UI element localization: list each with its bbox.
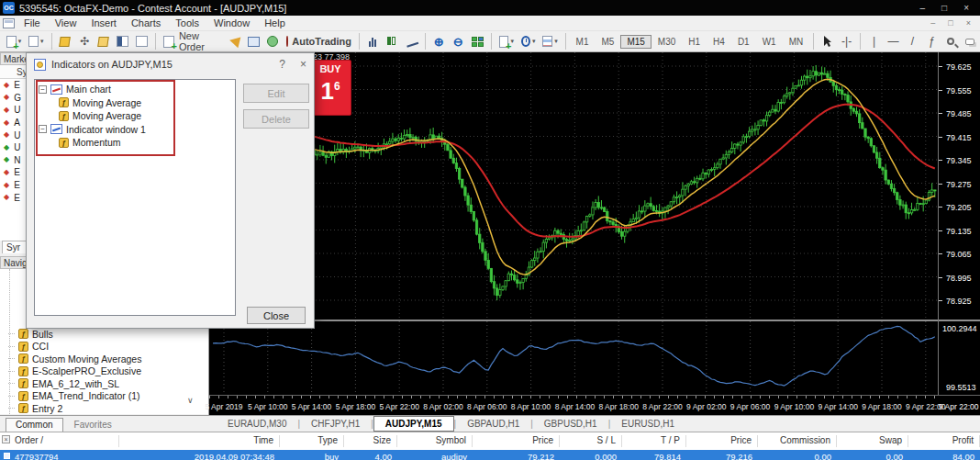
timeframe-h4[interactable]: H4 [707, 35, 731, 49]
terminal-column-header[interactable]: Swap [837, 435, 908, 447]
magnifier-button[interactable] [942, 33, 960, 50]
line-chart-button[interactable] [403, 33, 420, 50]
navigator-item[interactable]: ƒEMA_6_12_with_SL [15, 377, 119, 389]
timeframe-m30[interactable]: M30 [651, 35, 682, 49]
one-click-buy-button[interactable]: BUY 16 [309, 60, 351, 116]
new-order-button[interactable]: + New Order [161, 33, 224, 50]
terminal-column-header[interactable]: Time [119, 435, 280, 447]
chart-tab[interactable]: EURAUD,M30 [217, 417, 297, 431]
chart-tab[interactable]: AUDJPY,M15 [373, 416, 454, 432]
navigator-item[interactable]: ƒCustom Moving Averages [15, 353, 141, 365]
expander-icon[interactable]: − [39, 125, 47, 133]
minimize-icon[interactable]: – [920, 3, 926, 13]
navigator-item[interactable]: ƒEntry 2 [15, 402, 62, 414]
terminal-column-header[interactable]: Commission [758, 435, 837, 447]
market-watch-toggle-button[interactable] [56, 33, 73, 50]
cursor-button[interactable] [819, 33, 836, 50]
horizontal-line-button[interactable]: — [885, 33, 902, 50]
close-button[interactable]: Close [247, 307, 306, 324]
vertical-line-button[interactable]: | [865, 33, 883, 50]
indicators-button[interactable]: +▾ [496, 33, 517, 50]
indicators-list[interactable]: −Main chartƒMoving AverageƒMoving Averag… [34, 79, 236, 316]
crosshair-button[interactable]: -|- [838, 33, 855, 50]
tree-item[interactable]: ƒMomentum [35, 136, 235, 150]
mailbox-button[interactable] [245, 33, 262, 50]
dialog-help-icon[interactable]: ? [279, 58, 285, 71]
navigator-item[interactable]: ƒEMA_Trend_Indicator (1) [15, 390, 140, 402]
menu-window[interactable]: Window [206, 17, 257, 29]
trendline-button[interactable]: / [904, 33, 921, 50]
menu-help[interactable]: Help [257, 17, 293, 29]
terminal-column-header[interactable]: T / P [622, 435, 686, 447]
menu-view[interactable]: View [48, 17, 84, 29]
terminal-column-header[interactable]: Symbol [397, 435, 473, 447]
new-chart-button[interactable]: +▾ [4, 33, 24, 50]
child-close-icon[interactable]: × [966, 18, 971, 28]
navigator-item[interactable]: ƒE-ScalperPRO_Exclusive [15, 365, 141, 377]
profiles-button[interactable]: ▾ [26, 33, 46, 50]
trade-row[interactable]: 4779377942019.04.09 07:34:48buy4.00audjp… [0, 450, 980, 460]
timeframe-m5[interactable]: M5 [595, 35, 620, 49]
close-icon[interactable]: × [963, 3, 969, 13]
market-button[interactable] [264, 33, 282, 50]
terminal-column-header[interactable]: Order / [0, 435, 119, 447]
edit-button[interactable]: Edit [243, 84, 309, 103]
menu-insert[interactable]: Insert [84, 17, 124, 29]
alerts-button[interactable] [226, 33, 243, 50]
periods-button[interactable]: ▾ [518, 33, 538, 50]
dialog-title-bar[interactable]: Indicators on AUDJPY,M15 ? × [27, 53, 314, 75]
dialog-close-icon[interactable]: × [300, 58, 306, 71]
navigator-item[interactable]: ƒBulls [15, 328, 53, 340]
fibonacci-button[interactable]: ƒ [923, 33, 941, 50]
terminal-column-header[interactable]: Profit [908, 435, 980, 447]
terminal-column-header[interactable]: S / L [560, 435, 622, 447]
chart-area[interactable]: 79.62579.55579.48579.41579.34579.27579.2… [209, 52, 980, 415]
navigator-item[interactable]: ƒCCI [15, 341, 49, 353]
timeframe-w1[interactable]: W1 [756, 35, 783, 49]
child-restore-icon[interactable]: □ [948, 18, 952, 28]
chart-tab[interactable]: GBPAUD,H1 [456, 417, 530, 431]
scroll-down-icon[interactable]: ∨ [187, 396, 194, 405]
terminal-column-header[interactable]: Type [280, 435, 344, 447]
timeframe-m1[interactable]: M1 [570, 35, 596, 49]
delete-button[interactable]: Delete [243, 109, 309, 129]
menu-charts[interactable]: Charts [124, 17, 168, 29]
momentum-pane[interactable] [209, 321, 938, 395]
timeframe-h1[interactable]: H1 [682, 35, 707, 49]
candle-chart-button[interactable] [384, 33, 401, 50]
tree-item[interactable]: −Indicator window 1 [35, 123, 235, 137]
maximize-icon[interactable]: □ [941, 3, 947, 13]
tree-item[interactable]: ƒMoving Average [35, 96, 235, 110]
shapes-button[interactable] [962, 33, 979, 50]
tree-item[interactable]: −Main chart [35, 83, 235, 96]
menu-file[interactable]: File [17, 17, 48, 29]
navigator-toggle-button[interactable] [95, 33, 112, 50]
zoom-in-button[interactable]: ⊕ [430, 33, 448, 50]
chart-tab[interactable]: GBPUSD,H1 [533, 417, 608, 431]
terminal-toggle-button[interactable] [114, 33, 131, 50]
child-window-icon[interactable] [3, 18, 15, 28]
child-minimize-icon[interactable]: – [930, 18, 935, 28]
navigator-tab-common[interactable]: Common [6, 418, 63, 432]
chart-tab[interactable]: CHFJPY,H1 [300, 417, 371, 431]
terminal-column-header[interactable]: Price [686, 435, 758, 447]
bar-chart-button[interactable] [364, 33, 382, 50]
terminal-column-header[interactable]: Price [473, 435, 560, 447]
zoom-out-button[interactable]: ⊖ [450, 33, 467, 50]
tree-item[interactable]: ƒMoving Average [35, 109, 235, 123]
price-axis[interactable]: 79.62579.55579.48579.41579.34579.27579.2… [938, 52, 980, 395]
timeframe-mn[interactable]: MN [783, 35, 810, 49]
chart-tab[interactable]: EURUSD,H1 [610, 417, 685, 431]
tile-windows-button[interactable] [469, 33, 486, 50]
data-window-button[interactable]: ✣ [75, 33, 93, 50]
terminal-column-header[interactable]: Size [344, 435, 397, 447]
timeframe-d1[interactable]: D1 [731, 35, 756, 49]
time-axis[interactable]: 5 Apr 20195 Apr 10:005 Apr 14:005 Apr 18… [209, 395, 980, 415]
navigator-tab-favorites[interactable]: Favorites [65, 419, 121, 432]
templates-button[interactable]: ▾ [540, 33, 560, 50]
autotrading-button[interactable]: AutoTrading [284, 33, 354, 50]
timeframe-m15[interactable]: M15 [620, 35, 651, 49]
expander-icon[interactable]: − [39, 85, 47, 94]
strategy-tester-button[interactable] [133, 33, 150, 50]
menu-tools[interactable]: Tools [168, 17, 206, 29]
